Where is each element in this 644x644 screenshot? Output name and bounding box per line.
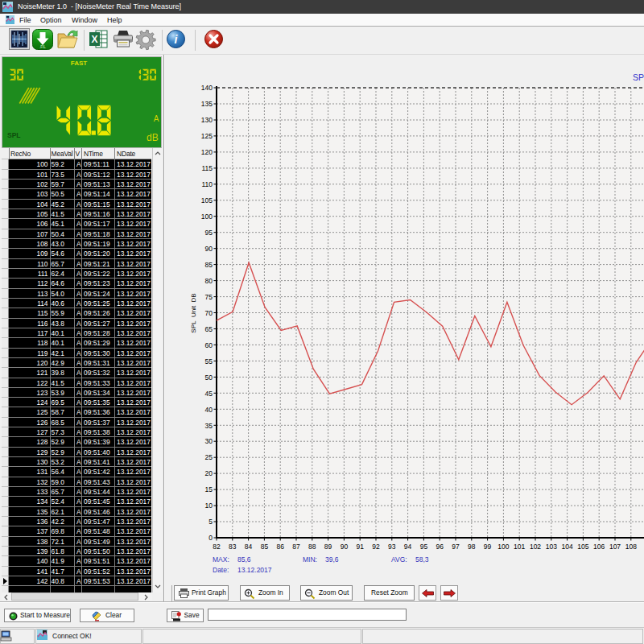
svg-text:115: 115	[201, 164, 213, 172]
svg-text:104: 104	[562, 543, 573, 551]
svg-text:60: 60	[205, 341, 213, 349]
svg-text:107: 107	[609, 543, 621, 551]
svg-text:.FIL: .FIL	[39, 45, 46, 49]
svg-text:40: 40	[205, 406, 213, 414]
svg-text:108: 108	[625, 543, 637, 551]
svg-text:100: 100	[497, 543, 509, 551]
svg-text:130: 130	[201, 116, 213, 124]
svg-text:100: 100	[201, 213, 213, 221]
svg-text:105: 105	[577, 543, 588, 551]
svg-text:15: 15	[205, 485, 213, 493]
svg-text:30: 30	[205, 437, 213, 445]
svg-text:94: 94	[404, 543, 412, 551]
svg-text:95: 95	[205, 229, 213, 237]
svg-text:FAST: FAST	[71, 60, 88, 67]
svg-text:90: 90	[341, 543, 349, 551]
svg-text:135: 135	[201, 100, 213, 108]
svg-text:88: 88	[308, 543, 316, 551]
svg-text:103: 103	[546, 543, 557, 551]
svg-text:98: 98	[468, 543, 476, 551]
svg-text:99: 99	[484, 543, 492, 551]
svg-text:SPL: SPL	[7, 131, 21, 139]
svg-text:10: 10	[205, 502, 213, 510]
svg-text:5: 5	[208, 518, 213, 526]
svg-text:80: 80	[205, 277, 213, 285]
svg-text:82: 82	[213, 543, 221, 551]
svg-text:70: 70	[205, 309, 213, 317]
svg-text:83: 83	[229, 543, 237, 551]
svg-text:0: 0	[208, 534, 213, 542]
svg-text:106: 106	[593, 543, 605, 551]
svg-text:25: 25	[205, 453, 213, 461]
svg-text:65: 65	[205, 325, 213, 333]
svg-text:A: A	[154, 114, 159, 123]
svg-text:55: 55	[205, 357, 213, 365]
svg-text:92: 92	[372, 543, 380, 551]
svg-text:90: 90	[205, 245, 213, 253]
svg-text:105: 105	[201, 196, 213, 204]
svg-text:84: 84	[245, 543, 253, 551]
svg-text:120: 120	[201, 148, 213, 156]
svg-text:86: 86	[276, 543, 284, 551]
svg-text:SPL Unit DB: SPL Unit DB	[190, 293, 197, 332]
svg-text:97: 97	[452, 543, 460, 551]
svg-text:125: 125	[201, 132, 213, 140]
svg-text:20: 20	[205, 469, 213, 477]
svg-text:110: 110	[201, 180, 213, 188]
svg-text:75: 75	[205, 293, 213, 301]
svg-text:35: 35	[205, 422, 213, 430]
svg-text:85: 85	[261, 543, 269, 551]
svg-text:102: 102	[530, 543, 541, 551]
svg-text:X: X	[91, 34, 97, 45]
svg-text:50: 50	[205, 374, 213, 382]
svg-text:dB: dB	[147, 132, 159, 143]
svg-text:95: 95	[420, 543, 428, 551]
svg-text:91: 91	[356, 543, 364, 551]
svg-text:89: 89	[324, 543, 332, 551]
svg-text:85: 85	[205, 261, 213, 269]
svg-text:101: 101	[514, 543, 525, 551]
svg-text:140: 140	[201, 84, 213, 92]
svg-text:87: 87	[292, 543, 300, 551]
svg-text:45: 45	[205, 390, 213, 398]
svg-text:SPL: SPL	[633, 72, 644, 82]
svg-text:93: 93	[388, 543, 396, 551]
svg-text:96: 96	[436, 543, 444, 551]
